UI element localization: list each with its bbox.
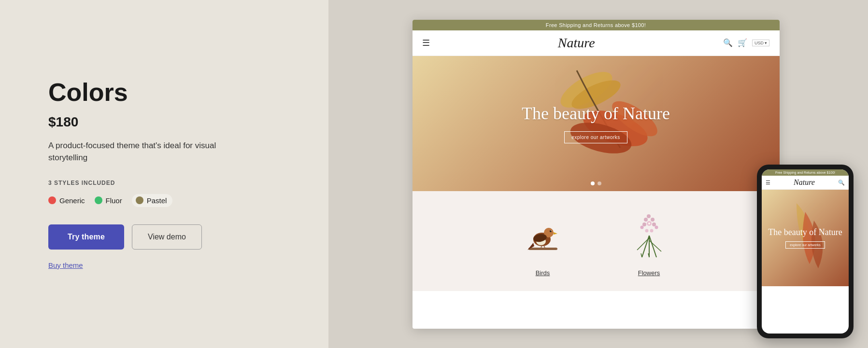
hamburger-icon[interactable]: ☰ bbox=[422, 38, 430, 48]
desktop-hero-title: The beauty of Nature bbox=[522, 103, 670, 124]
desktop-hero-button[interactable]: explore our artworks bbox=[564, 131, 627, 143]
style-option-generic[interactable]: Generic bbox=[48, 196, 85, 205]
category-section: Birds bbox=[413, 191, 780, 291]
try-theme-button[interactable]: Try theme bbox=[48, 224, 124, 250]
style-label-generic: Generic bbox=[59, 196, 85, 205]
style-option-pastel[interactable]: Pastel bbox=[132, 194, 173, 207]
desktop-nav: ☰ Nature 🔍 🛒 USD ▾ bbox=[413, 30, 780, 56]
search-icon[interactable]: 🔍 bbox=[723, 38, 733, 47]
mobile-hero: The beauty of Nature explore our artwork… bbox=[762, 190, 849, 286]
bird-image bbox=[509, 206, 577, 264]
style-option-fluor[interactable]: Fluor bbox=[95, 196, 122, 205]
svg-point-24 bbox=[642, 223, 646, 226]
svg-point-28 bbox=[640, 226, 643, 229]
bird-illustration bbox=[524, 211, 562, 257]
desktop-hero-content: The beauty of Nature explore our artwork… bbox=[522, 103, 670, 143]
view-demo-button[interactable]: View demo bbox=[132, 224, 202, 250]
mobile-announce: Free Shipping and Returns above $100! bbox=[762, 169, 849, 176]
category-flowers[interactable]: Flowers bbox=[615, 206, 683, 277]
svg-point-26 bbox=[647, 214, 651, 218]
theme-price: $180 bbox=[48, 114, 280, 130]
svg-point-25 bbox=[652, 223, 656, 226]
hero-dot-2[interactable] bbox=[598, 181, 601, 185]
hero-dots bbox=[591, 181, 601, 185]
usd-badge[interactable]: USD ▾ bbox=[752, 40, 770, 46]
svg-line-32 bbox=[641, 253, 642, 257]
nav-icons: 🔍 🛒 USD ▾ bbox=[723, 38, 770, 47]
category-label-flowers[interactable]: Flowers bbox=[638, 269, 660, 277]
svg-line-19 bbox=[637, 238, 649, 250]
hero-dot-1[interactable] bbox=[591, 181, 595, 185]
category-birds[interactable]: Birds bbox=[509, 206, 577, 277]
flower-image bbox=[615, 206, 683, 264]
svg-point-9 bbox=[551, 230, 552, 231]
svg-point-29 bbox=[655, 226, 658, 229]
svg-point-30 bbox=[645, 229, 648, 233]
svg-point-22 bbox=[644, 218, 648, 222]
theme-description: A product-focused theme that's ideal for… bbox=[48, 139, 232, 164]
styles-label: 3 STYLES INCLUDED bbox=[48, 180, 280, 186]
svg-point-27 bbox=[648, 223, 650, 224]
left-panel: Colors $180 A product-focused theme that… bbox=[0, 0, 328, 348]
desktop-announce-bar: Free Shipping and Returns above $100! bbox=[413, 20, 780, 30]
svg-line-20 bbox=[649, 240, 661, 251]
buttons-row: Try theme View demo bbox=[48, 224, 280, 250]
theme-title: Colors bbox=[48, 79, 280, 106]
buy-theme-link[interactable]: Buy theme bbox=[48, 261, 280, 269]
cart-icon[interactable]: 🛒 bbox=[738, 38, 747, 47]
mobile-hero-button[interactable]: explore our artworks bbox=[785, 241, 825, 249]
style-label-pastel: Pastel bbox=[147, 196, 167, 205]
style-dot-generic bbox=[48, 196, 56, 204]
desktop-preview: Free Shipping and Returns above $100! ☰ … bbox=[413, 20, 780, 329]
mobile-nav: ☰ Nature 🔍 bbox=[762, 176, 849, 190]
svg-point-31 bbox=[650, 229, 653, 233]
desktop-announce-text: Free Shipping and Returns above $100! bbox=[546, 22, 646, 28]
mobile-logo: Nature bbox=[794, 178, 815, 187]
mobile-hero-content: The beauty of Nature explore our artwork… bbox=[768, 227, 842, 249]
svg-marker-10 bbox=[554, 232, 557, 235]
mobile-hamburger-icon[interactable]: ☰ bbox=[766, 180, 770, 186]
category-label-birds[interactable]: Birds bbox=[536, 269, 550, 277]
style-dot-fluor bbox=[95, 196, 102, 204]
styles-row: Generic Fluor Pastel bbox=[48, 194, 280, 207]
mobile-inner: Free Shipping and Returns above $100! ☰ … bbox=[762, 169, 849, 334]
mobile-preview: Free Shipping and Returns above $100! ☰ … bbox=[757, 165, 854, 338]
style-label-fluor: Fluor bbox=[106, 196, 122, 205]
svg-rect-5 bbox=[528, 248, 557, 250]
style-dot-pastel bbox=[136, 196, 143, 204]
flower-illustration bbox=[627, 209, 671, 260]
right-panel: Free Shipping and Returns above $100! ☰ … bbox=[328, 0, 868, 348]
mobile-hero-title: The beauty of Nature bbox=[768, 227, 842, 238]
desktop-hero: The beauty of Nature explore our artwork… bbox=[413, 56, 780, 191]
svg-point-23 bbox=[651, 218, 655, 222]
mobile-search-icon[interactable]: 🔍 bbox=[838, 180, 845, 186]
desktop-logo: Nature bbox=[558, 35, 595, 51]
